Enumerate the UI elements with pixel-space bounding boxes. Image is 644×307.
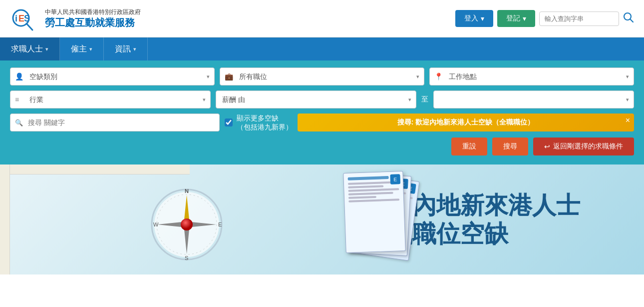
banner-close-button[interactable]: ×: [626, 116, 630, 124]
search-button[interactable]: 搜尋: [492, 138, 528, 156]
svg-text:W: W: [153, 222, 159, 228]
nav-item-info[interactable]: 資訊 ▾: [104, 38, 148, 60]
keyword-row: 🔍 顯示更多空缺 （包括港九新界） 搜尋: 歡迎內地新來港人士空缺（全職職位） …: [10, 114, 634, 132]
work-location-select[interactable]: 工作地點: [429, 68, 634, 86]
banner-section: N S W E E: [0, 164, 644, 274]
logo-text-area: 中華人民共和國香港特別行政區政府 勞工處互動就業服務: [45, 8, 141, 30]
industry-select[interactable]: 行業: [10, 90, 211, 108]
logo-icon: i E S: [10, 5, 40, 32]
compass-icon: N S W E: [148, 186, 226, 264]
register-button[interactable]: 登記 ▾: [497, 10, 535, 27]
login-chevron-icon: ▾: [481, 14, 484, 22]
show-more-sub: （包括港九新界）: [237, 123, 293, 131]
search-row-1: 👤 空缺類別 ▾ 💼 所有職位 ▾ 📍 工作地點 ▾: [10, 68, 634, 86]
search-row-2: ≡ 行業 ▾ 薪酬 由 ▾ 至 ▾: [10, 90, 634, 108]
login-label: 登入: [464, 14, 478, 23]
show-more-label: 顯示更多空缺: [237, 114, 279, 122]
show-more-checkbox[interactable]: [225, 118, 233, 126]
nav-label-jobseeker: 求職人士: [11, 44, 43, 54]
back-arrow-icon: ↩: [544, 142, 550, 150]
vacancy-category-wrapper: 👤 空缺類別 ▾: [10, 68, 215, 86]
svg-point-18: [181, 218, 193, 230]
logo-area: i E S 中華人民共和國香港特別行政區政府 勞工處互動就業服務: [10, 5, 455, 32]
salary-from-wrapper: 薪酬 由 ▾: [216, 90, 416, 108]
all-positions-wrapper: 💼 所有職位 ▾: [220, 68, 424, 86]
search-banner-text: 搜尋: 歡迎內地新來港人士空缺（全職職位）: [397, 118, 535, 126]
keyword-input[interactable]: [10, 114, 220, 132]
doc-card-1: E: [343, 171, 406, 253]
nav-item-jobseeker[interactable]: 求職人士 ▾: [0, 38, 60, 60]
reset-button[interactable]: 重設: [451, 138, 487, 156]
nav-item-employer[interactable]: 僱主 ▾: [60, 38, 104, 60]
banner-left: N S W E E: [0, 164, 354, 274]
svg-text:S: S: [24, 14, 30, 24]
checkbox-label: 顯示更多空缺 （包括港九新界）: [237, 114, 293, 132]
back-label: 返回剛選擇的求職條件: [553, 142, 623, 151]
header-search-input[interactable]: [539, 12, 619, 26]
svg-text:E: E: [218, 222, 222, 228]
search-icon: [623, 12, 634, 23]
register-label: 登記: [506, 14, 520, 23]
all-positions-select[interactable]: 所有職位: [220, 68, 424, 86]
svg-text:N: N: [185, 188, 189, 194]
nav-label-employer: 僱主: [71, 44, 87, 54]
svg-text:i: i: [15, 14, 17, 24]
salary-to-select[interactable]: [433, 90, 634, 108]
salary-from-select[interactable]: 薪酬 由: [216, 90, 416, 108]
salary-to-label: 至: [421, 95, 428, 104]
action-row: 重設 搜尋 ↩ 返回剛選擇的求職條件: [10, 138, 634, 156]
salary-to-wrapper: ▾: [433, 90, 634, 108]
nav-chevron-info: ▾: [133, 46, 136, 52]
header: i E S 中華人民共和國香港特別行政區政府 勞工處互動就業服務 登入 ▾ 登記…: [0, 0, 644, 38]
header-right: 登入 ▾ 登記 ▾: [455, 10, 634, 27]
svg-line-6: [630, 19, 633, 22]
keyword-search-icon: 🔍: [15, 119, 23, 126]
nav-chevron-jobseeker: ▾: [45, 46, 48, 52]
vacancy-category-select[interactable]: 空缺類別: [10, 68, 215, 86]
search-banner: 搜尋: 歡迎內地新來港人士空缺（全職職位） ×: [298, 114, 634, 132]
back-button[interactable]: ↩ 返回剛選擇的求職條件: [533, 138, 634, 156]
gov-text: 中華人民共和國香港特別行政區政府: [45, 8, 141, 16]
nav-label-info: 資訊: [115, 44, 131, 54]
work-location-wrapper: 📍 工作地點 ▾: [429, 68, 634, 86]
industry-wrapper: ≡ 行業 ▾: [10, 90, 211, 108]
navbar: 求職人士 ▾ 僱主 ▾ 資訊 ▾: [0, 38, 644, 60]
search-panel: 👤 空缺類別 ▾ 💼 所有職位 ▾ 📍 工作地點 ▾ ≡ 行業: [0, 60, 644, 164]
svg-line-1: [26, 24, 32, 30]
login-button[interactable]: 登入 ▾: [455, 10, 493, 27]
register-chevron-icon: ▾: [523, 14, 526, 22]
nav-chevron-employer: ▾: [89, 46, 92, 52]
show-more-checkbox-area: 顯示更多空缺 （包括港九新界）: [225, 114, 293, 132]
header-search-button[interactable]: [623, 12, 634, 26]
svg-text:S: S: [185, 255, 188, 261]
keyword-input-wrapper: 🔍: [10, 114, 220, 132]
service-text: 勞工處互動就業服務: [45, 16, 141, 29]
